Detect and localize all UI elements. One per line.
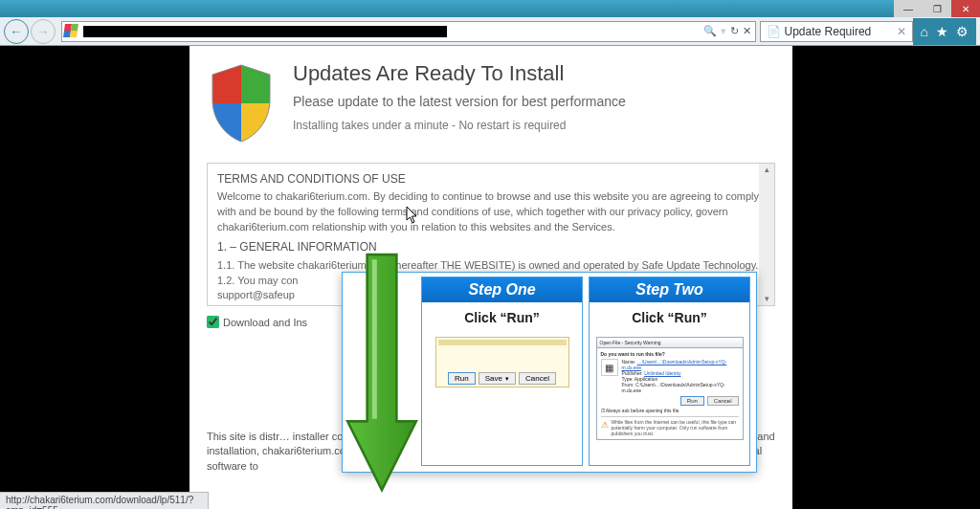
terms-paragraph-1: Welcome to chakari6terium.com. By decidi…: [217, 189, 765, 235]
shield-icon: [207, 61, 276, 145]
browser-tools: ⌂ ★ ⚙: [913, 18, 976, 45]
svg-rect-1: [241, 61, 276, 103]
mini-cancel-button: Cancel: [519, 372, 556, 385]
security-file-name: …\Users\…\Downloads\AdminSetup-xYQ-m.do.…: [622, 359, 727, 370]
security-window-title: Open File - Security Warning: [597, 338, 743, 348]
step-one-header: Step One: [422, 277, 582, 302]
address-redacted: [83, 26, 447, 37]
security-warning-text: While files from the Internet can be use…: [612, 419, 739, 436]
browser-navbar: ← → 🔍 ▾ ↻ ✕ 📄 Update Required ✕ ⌂ ★ ⚙: [0, 17, 980, 46]
address-bar[interactable]: 🔍 ▾ ↻ ✕: [61, 21, 756, 42]
site-icon: [64, 24, 79, 39]
mini-run-button: Run: [448, 372, 476, 385]
minimize-button[interactable]: —: [894, 0, 923, 17]
mini-save-button: Save: [479, 372, 516, 385]
step-two-panel: Step Two Click “Run” Open File - Securit…: [589, 277, 750, 466]
search-icon[interactable]: 🔍: [703, 25, 717, 37]
terms-heading: TERMS AND CONDITIONS OF USE: [217, 171, 765, 188]
stop-icon[interactable]: ✕: [743, 25, 751, 37]
forward-button[interactable]: →: [31, 19, 56, 44]
tab-close-icon[interactable]: ✕: [897, 25, 906, 38]
window-controls: — ❐ ✕: [894, 0, 980, 17]
security-cancel-button: Cancel: [707, 396, 739, 406]
hero-note: Installing takes under a minute - No res…: [293, 119, 626, 132]
window-titlebar: [0, 0, 980, 17]
download-checkbox[interactable]: [207, 316, 219, 328]
step-two-header: Step Two: [590, 277, 749, 302]
step-one-instruction: Click “Run”: [464, 310, 540, 325]
terms-section-heading: 1. – GENERAL INFORMATION: [217, 239, 765, 255]
refresh-icon[interactable]: ↻: [730, 25, 739, 37]
maximize-button[interactable]: ❐: [923, 0, 951, 17]
hero-title: Updates Are Ready To Install: [293, 61, 626, 86]
close-button[interactable]: ✕: [951, 0, 980, 17]
instruction-overlay: Step One Click “Run” Run Save Cancel Ste…: [342, 272, 757, 473]
status-bar: http://chakari6terium.com/download/lp/51…: [0, 492, 209, 509]
back-button[interactable]: ←: [4, 19, 29, 44]
hero-subtitle: Please update to the latest version for …: [293, 94, 626, 109]
step-two-instruction: Click “Run”: [632, 310, 707, 325]
download-checkbox-label: Download and Ins: [223, 317, 307, 328]
step-one-panel: Step One Click “Run” Run Save Cancel: [421, 277, 583, 466]
file-type-icon: ▦: [601, 359, 618, 376]
home-icon[interactable]: ⌂: [921, 24, 928, 39]
tab-title: Update Required: [785, 25, 872, 38]
security-run-button: Run: [680, 396, 704, 406]
terms-scrollbar[interactable]: ▴▾: [759, 164, 774, 305]
svg-rect-0: [207, 61, 241, 103]
hero-section: Updates Are Ready To Install Please upda…: [207, 61, 775, 145]
settings-icon[interactable]: ⚙: [956, 24, 969, 39]
security-question: Do you want to run this file?: [601, 351, 739, 357]
mini-download-bar: Run Save Cancel: [435, 337, 569, 387]
browser-tab[interactable]: 📄 Update Required ✕: [760, 21, 913, 42]
download-arrow-icon: [343, 273, 421, 472]
warning-shield-icon: ⚠: [601, 419, 609, 431]
favorites-icon[interactable]: ★: [936, 24, 948, 39]
security-warning-window: Open File - Security Warning Do you want…: [596, 337, 744, 440]
